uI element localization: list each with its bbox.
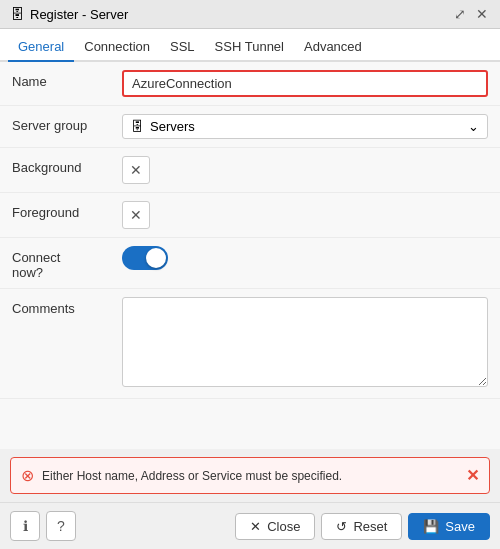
close-btn-label: Close <box>267 519 300 534</box>
toggle-track[interactable] <box>122 246 168 270</box>
name-row: Name <box>0 62 500 106</box>
save-btn-label: Save <box>445 519 475 534</box>
title-bar-icon: 🗄 <box>10 6 24 22</box>
footer: ℹ ? ✕ Close ↺ Reset 💾 Save <box>0 502 500 549</box>
tab-advanced[interactable]: Advanced <box>294 33 372 62</box>
error-icon: ⊗ <box>21 466 34 485</box>
tab-connection[interactable]: Connection <box>74 33 160 62</box>
close-btn-icon: ✕ <box>250 519 261 534</box>
background-label: Background <box>12 156 122 175</box>
save-btn-icon: 💾 <box>423 519 439 534</box>
comments-control <box>122 297 488 390</box>
title-bar-title: Register - Server <box>30 7 128 22</box>
foreground-label: Foreground <box>12 201 122 220</box>
close-icon[interactable]: ✕ <box>474 6 490 22</box>
comments-textarea[interactable] <box>122 297 488 387</box>
save-button[interactable]: 💾 Save <box>408 513 490 540</box>
server-group-select[interactable]: 🗄 Servers ⌄ <box>122 114 488 139</box>
error-close-button[interactable]: ✕ <box>466 466 479 485</box>
background-color-button[interactable]: ✕ <box>122 156 150 184</box>
form-area: Name Server group 🗄 Servers ⌄ Background… <box>0 62 500 449</box>
reset-btn-label: Reset <box>353 519 387 534</box>
chevron-down-icon: ⌄ <box>468 119 479 134</box>
reset-btn-icon: ↺ <box>336 519 347 534</box>
tab-ssh-tunnel[interactable]: SSH Tunnel <box>205 33 294 62</box>
background-row: Background ✕ <box>0 148 500 193</box>
toggle-thumb <box>146 248 166 268</box>
server-group-db-icon: 🗄 <box>131 119 144 134</box>
info-button[interactable]: ℹ <box>10 511 40 541</box>
connect-now-label: Connect now? <box>12 246 122 280</box>
tab-general[interactable]: General <box>8 33 74 62</box>
error-bar: ⊗ Either Host name, Address or Service m… <box>10 457 490 494</box>
close-button[interactable]: ✕ Close <box>235 513 315 540</box>
error-message: Either Host name, Address or Service mus… <box>42 469 342 483</box>
name-control <box>122 70 488 97</box>
foreground-control: ✕ <box>122 201 488 229</box>
background-control: ✕ <box>122 156 488 184</box>
reset-button[interactable]: ↺ Reset <box>321 513 402 540</box>
help-button[interactable]: ? <box>46 511 76 541</box>
name-input[interactable] <box>122 70 488 97</box>
comments-row: Comments <box>0 289 500 399</box>
tabs: General Connection SSL SSH Tunnel Advanc… <box>0 29 500 62</box>
server-group-label: Server group <box>12 114 122 133</box>
foreground-color-button[interactable]: ✕ <box>122 201 150 229</box>
comments-label: Comments <box>12 297 122 316</box>
foreground-row: Foreground ✕ <box>0 193 500 238</box>
tab-ssl[interactable]: SSL <box>160 33 205 62</box>
expand-icon[interactable]: ⤢ <box>452 6 468 22</box>
connect-now-control <box>122 246 488 270</box>
connect-now-row: Connect now? <box>0 238 500 289</box>
name-label: Name <box>12 70 122 89</box>
connect-now-toggle[interactable] <box>122 246 168 270</box>
server-group-value: Servers <box>150 119 195 134</box>
server-group-row: Server group 🗄 Servers ⌄ <box>0 106 500 148</box>
title-bar: 🗄 Register - Server ⤢ ✕ <box>0 0 500 29</box>
server-group-control: 🗄 Servers ⌄ <box>122 114 488 139</box>
